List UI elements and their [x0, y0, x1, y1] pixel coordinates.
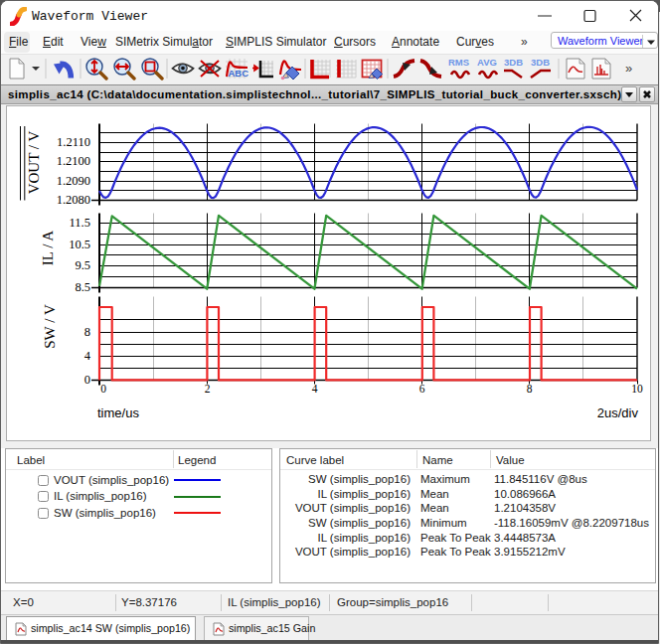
- svg-text:RMS: RMS: [448, 57, 469, 68]
- svg-text:2us/div: 2us/div: [597, 405, 639, 420]
- svg-text:SW / V: SW / V: [42, 304, 58, 349]
- svg-text:AVG: AVG: [477, 57, 497, 68]
- svg-text:1.2100: 1.2100: [57, 154, 90, 168]
- svg-text:8: 8: [527, 383, 533, 395]
- svg-text:4: 4: [312, 383, 318, 395]
- svg-text:1.2080: 1.2080: [57, 193, 90, 207]
- svg-text:2: 2: [205, 383, 211, 395]
- svg-text:IL / A: IL / A: [40, 231, 56, 265]
- svg-text:10.5: 10.5: [69, 238, 90, 251]
- svg-text:11.5: 11.5: [70, 216, 90, 230]
- svg-text:10: 10: [631, 383, 643, 395]
- svg-text:1.2090: 1.2090: [57, 174, 90, 188]
- svg-text:4: 4: [84, 349, 91, 363]
- svg-text:3DB: 3DB: [504, 57, 523, 68]
- svg-text:9.5: 9.5: [75, 258, 90, 272]
- svg-text:8.5: 8.5: [75, 280, 90, 294]
- svg-text:0: 0: [100, 383, 106, 395]
- svg-text:1.2110: 1.2110: [57, 135, 90, 149]
- svg-text:time/us: time/us: [97, 405, 139, 420]
- svg-text:6: 6: [419, 383, 425, 395]
- svg-text:VOUT / V: VOUT / V: [26, 131, 42, 195]
- svg-text:0: 0: [84, 373, 90, 387]
- svg-text:8: 8: [84, 325, 90, 339]
- svg-text:ABC: ABC: [229, 68, 249, 79]
- svg-text:3DB: 3DB: [531, 57, 550, 68]
